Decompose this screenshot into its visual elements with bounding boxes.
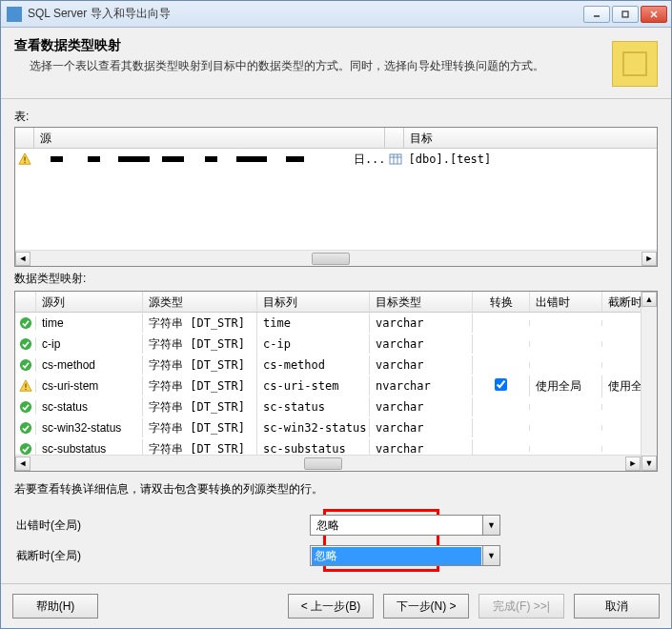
svg-rect-1 (622, 11, 628, 17)
help-button[interactable]: 帮助(H) (12, 594, 98, 619)
app-icon (7, 7, 22, 22)
scroll-thumb[interactable] (304, 457, 342, 470)
chevron-down-icon[interactable]: ▼ (482, 546, 499, 565)
back-button[interactable]: < 上一步(B) (288, 594, 374, 619)
svg-rect-7 (390, 154, 401, 164)
target-type-cell: varchar (370, 355, 473, 375)
warning-icon (15, 379, 36, 393)
mapping-header: 源列 源类型 目标列 目标类型 转换 出错时 截断时 (15, 292, 641, 313)
close-button[interactable] (641, 6, 667, 23)
mapping-vscroll[interactable]: ▲ ▼ (641, 292, 657, 471)
on-error-cell (530, 446, 602, 452)
target-type-cell: varchar (370, 439, 473, 455)
source-column-cell: sc-status (36, 397, 143, 416)
col-target-column[interactable]: 目标列 (257, 292, 370, 312)
obscured-source-path (38, 153, 348, 165)
target-column-cell: c-ip (257, 335, 370, 354)
source-type-cell: 字符串 [DT_STR] (143, 396, 257, 418)
target-column-cell: sc-substatus (257, 439, 370, 455)
source-column-cell: sc-win32-status (36, 418, 143, 437)
source-type-cell: 字符串 [DT_STR] (143, 417, 257, 439)
mapping-row[interactable]: time字符串 [DT_STR]timevarchar (15, 313, 641, 334)
mapping-hscroll[interactable]: ◄ ► (15, 455, 641, 471)
source-path-suffix: 日... (354, 152, 386, 168)
finish-button: 完成(F) >>| (479, 594, 564, 619)
col-convert[interactable]: 转换 (473, 292, 530, 312)
source-type-cell: 字符串 [DT_STR] (143, 375, 257, 397)
ok-icon (15, 337, 36, 351)
tables-row[interactable]: 日... [dbo].[test] (15, 149, 657, 170)
minimize-button[interactable] (583, 6, 610, 23)
table-icon (389, 152, 402, 166)
page-title: 查看数据类型映射 (14, 37, 612, 54)
warning-icon (18, 152, 31, 166)
title-bar: SQL Server 导入和导出向导 (1, 1, 671, 28)
on-trunc-global-value: 忽略 (312, 547, 481, 565)
on-error-global-dropdown[interactable]: 忽略 ▼ (310, 515, 500, 536)
mapping-body: time字符串 [DT_STR]timevarcharc-ip字符串 [DT_S… (15, 313, 641, 455)
on-trunc-cell (602, 446, 641, 452)
mapping-row[interactable]: cs-method字符串 [DT_STR]cs-methodvarchar (15, 355, 641, 375)
col-target-type[interactable]: 目标类型 (370, 292, 473, 312)
scroll-left-icon[interactable]: ◄ (15, 252, 31, 266)
target-column-cell: sc-win32-status (257, 418, 370, 437)
mapping-pane: 源列 源类型 目标列 目标类型 转换 出错时 截断时 time字符串 [DT_S… (14, 291, 658, 472)
tables-hscroll[interactable]: ◄ ► (15, 250, 657, 266)
svg-point-19 (19, 443, 31, 455)
target-column-cell: cs-uri-stem (257, 376, 370, 396)
tables-col-target[interactable]: 目标 (404, 128, 657, 148)
convert-cell (473, 446, 530, 452)
source-type-cell: 字符串 [DT_STR] (143, 334, 257, 355)
col-source-column[interactable]: 源列 (36, 292, 143, 312)
mapping-row[interactable]: cs-uri-stem字符串 [DT_STR]cs-uri-stemnvarch… (15, 375, 641, 396)
mapping-row[interactable]: sc-status字符串 [DT_STR]sc-statusvarchar (15, 396, 641, 417)
window-title: SQL Server 导入和导出向导 (28, 6, 583, 22)
source-type-cell: 字符串 [DT_STR] (143, 355, 257, 376)
scroll-up-icon[interactable]: ▲ (641, 292, 657, 307)
source-column-cell: c-ip (36, 335, 143, 354)
scroll-right-icon[interactable]: ► (641, 252, 657, 266)
scroll-right-icon[interactable]: ► (625, 457, 641, 471)
on-error-cell (530, 341, 602, 347)
chevron-down-icon[interactable]: ▼ (482, 516, 499, 535)
on-trunc-cell (602, 362, 641, 368)
page-subtitle: 选择一个表以查看其数据类型映射到目标中的数据类型的方式。同时，选择向导处理转换问… (14, 58, 612, 74)
scroll-down-icon[interactable]: ▼ (641, 456, 657, 471)
scroll-left-icon[interactable]: ◄ (15, 457, 31, 471)
target-column-cell: sc-status (257, 397, 370, 416)
source-type-cell: 字符串 [DT_STR] (143, 438, 257, 456)
convert-cell[interactable] (473, 375, 530, 396)
source-column-cell: sc-substatus (36, 439, 143, 455)
on-trunc-global-dropdown[interactable]: 忽略 ▼ (310, 545, 500, 566)
next-button[interactable]: 下一步(N) > (383, 594, 469, 619)
svg-point-6 (24, 162, 26, 164)
target-type-cell: varchar (370, 418, 473, 437)
maximize-button[interactable] (612, 6, 639, 23)
ok-icon (15, 358, 36, 372)
target-table-name: [dbo].[test] (405, 152, 657, 166)
col-source-type[interactable]: 源类型 (143, 292, 257, 312)
mapping-row[interactable]: sc-win32-status字符串 [DT_STR]sc-win32-stat… (15, 417, 641, 438)
global-settings: 出错时(全局) 忽略 ▼ 截断时(全局) 忽略 ▼ (14, 515, 658, 576)
ok-icon (15, 400, 36, 414)
source-type-cell: 字符串 [DT_STR] (143, 313, 257, 335)
ok-icon (15, 421, 36, 435)
convert-cell (473, 425, 530, 431)
scroll-thumb[interactable] (312, 253, 350, 265)
tables-pane: 源 目标 日... (14, 127, 658, 267)
on-trunc-cell (602, 320, 641, 326)
target-type-cell: nvarchar (370, 376, 473, 396)
cancel-button[interactable]: 取消 (574, 594, 660, 619)
mapping-row[interactable]: c-ip字符串 [DT_STR]c-ipvarchar (15, 334, 641, 355)
convert-cell (473, 404, 530, 410)
source-column-cell: cs-method (36, 355, 143, 375)
mapping-row[interactable]: sc-substatus字符串 [DT_STR]sc-substatusvarc… (15, 438, 641, 455)
col-on-error[interactable]: 出错时 (530, 292, 602, 312)
col-on-trunc[interactable]: 截断时 (602, 292, 641, 312)
ok-icon (15, 316, 36, 330)
convert-checkbox[interactable] (495, 378, 507, 391)
wizard-footer: 帮助(H) < 上一步(B) 下一步(N) > 完成(F) >>| 取消 (1, 583, 671, 628)
on-error-global-value: 忽略 (311, 517, 482, 534)
svg-point-11 (19, 317, 31, 329)
tables-col-source[interactable]: 源 (34, 128, 385, 148)
